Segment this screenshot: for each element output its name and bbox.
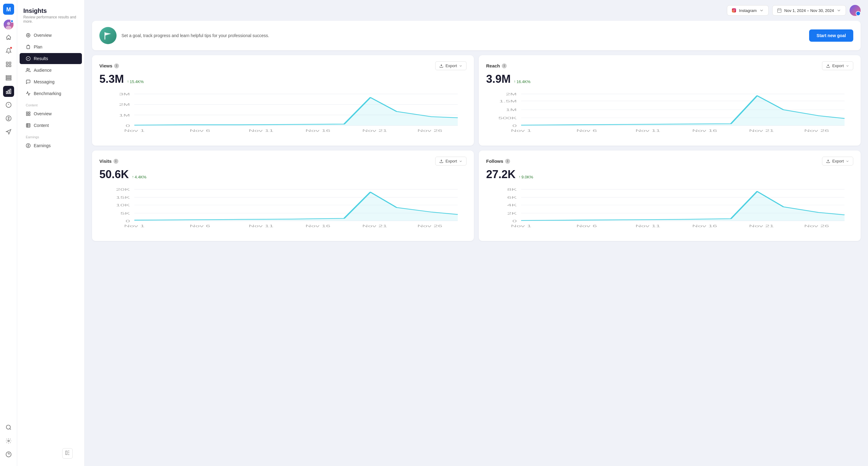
visits-info-icon[interactable]: i	[114, 159, 118, 164]
date-range-selector[interactable]: Nov 1, 2024 – Nov 30, 2024	[772, 5, 846, 15]
svg-rect-28	[26, 124, 30, 127]
svg-text:Nov 6: Nov 6	[576, 224, 597, 228]
reach-chart-title: Reach i	[486, 63, 507, 68]
svg-point-17	[6, 425, 10, 429]
reach-info-icon[interactable]: i	[502, 63, 507, 68]
svg-text:2M: 2M	[506, 93, 517, 96]
reach-change: 16.4K%	[514, 79, 531, 84]
results-icon	[26, 56, 31, 61]
goal-icon	[99, 27, 117, 44]
user-avatar-nav[interactable]	[4, 20, 13, 29]
svg-text:10K: 10K	[116, 204, 130, 207]
sidebar-item-content-overview[interactable]: Overview	[20, 108, 82, 119]
reach-value: 3.9M	[486, 73, 511, 86]
start-new-goal-button[interactable]: Start new goal	[809, 29, 853, 42]
svg-rect-34	[777, 9, 781, 12]
reach-chart-header: Reach i Export	[486, 61, 853, 70]
sidebar-item-audience[interactable]: Audience	[20, 65, 82, 76]
nav-grid[interactable]	[3, 59, 14, 70]
platform-chevron-icon	[759, 8, 764, 13]
sidebar-item-overview[interactable]: Overview	[20, 30, 82, 41]
sidebar-toggle-button[interactable]	[62, 448, 73, 459]
views-chart-header: Views i Export	[99, 61, 466, 70]
svg-text:3M: 3M	[119, 93, 130, 96]
nav-analytics[interactable]	[3, 86, 14, 97]
svg-text:4K: 4K	[507, 204, 517, 207]
views-info-icon[interactable]: i	[114, 63, 119, 68]
nav-alert[interactable]	[3, 99, 14, 110]
platform-selector[interactable]: Instagram	[727, 5, 769, 15]
nav-list[interactable]	[3, 72, 14, 84]
sidebar-item-earnings[interactable]: Earnings	[20, 140, 82, 151]
svg-text:Nov 11: Nov 11	[636, 224, 660, 228]
sidebar: Insights Review performance results and …	[17, 0, 85, 466]
visits-chart-card: Visits i Export 50.6K 4	[92, 151, 474, 241]
topbar-avatar[interactable]	[849, 5, 861, 16]
svg-rect-14	[10, 89, 11, 94]
sidebar-label-results: Results	[34, 56, 48, 61]
svg-text:Nov 16: Nov 16	[692, 224, 717, 228]
svg-marker-94	[521, 191, 845, 221]
svg-text:5K: 5K	[120, 211, 130, 215]
nav-monetization[interactable]	[3, 113, 14, 124]
follows-info-icon[interactable]: i	[505, 159, 510, 164]
svg-text:Nov 6: Nov 6	[190, 129, 210, 132]
svg-text:Nov 21: Nov 21	[749, 129, 774, 132]
sidebar-label-content-overview: Overview	[34, 111, 52, 116]
views-change: 15.4K%	[127, 79, 144, 84]
views-export-button[interactable]: Export	[435, 61, 466, 70]
follows-chart-title: Follows i	[486, 159, 510, 164]
svg-rect-24	[26, 112, 28, 113]
svg-text:0: 0	[512, 124, 517, 128]
svg-text:6K: 6K	[507, 196, 517, 200]
svg-text:Nov 1: Nov 1	[124, 224, 145, 228]
benchmarking-icon	[26, 91, 31, 96]
nav-notifications[interactable]	[3, 45, 14, 57]
reach-export-button[interactable]: Export	[822, 61, 853, 70]
visits-export-button[interactable]: Export	[435, 157, 466, 166]
svg-rect-11	[6, 79, 11, 80]
follows-chart-card: Follows i Export 27.2K	[479, 151, 861, 241]
svg-point-20	[28, 35, 29, 36]
svg-text:Nov 1: Nov 1	[124, 129, 145, 132]
follows-export-button[interactable]: Export	[822, 157, 853, 166]
earnings-icon	[26, 143, 31, 148]
svg-text:2M: 2M	[119, 103, 130, 107]
svg-text:0: 0	[125, 219, 130, 223]
sidebar-item-benchmarking[interactable]: Benchmarking	[20, 88, 82, 99]
nav-home[interactable]	[3, 32, 14, 43]
nav-settings[interactable]	[3, 435, 14, 446]
reach-chart-svg: 2M 1.5M 1M 500K 0 Nov 1 Nov 6 Nov 11 Nov…	[486, 91, 853, 139]
svg-text:15K: 15K	[116, 196, 130, 200]
svg-point-21	[26, 33, 30, 37]
sidebar-label-overview: Overview	[34, 33, 52, 38]
follows-chart-svg-container: 8K 6K 4K 2K 0 Nov 1 Nov 6 Nov 11 Nov 16 …	[486, 186, 853, 235]
views-chart-card: Views i Export 5.3M 15.	[92, 55, 474, 145]
follows-chart-svg: 8K 6K 4K 2K 0 Nov 1 Nov 6 Nov 11 Nov 16 …	[486, 186, 853, 235]
nav-campaigns[interactable]	[3, 126, 14, 137]
audience-icon	[26, 68, 31, 73]
sidebar-label-messaging: Messaging	[34, 79, 55, 84]
nav-help[interactable]	[3, 449, 14, 460]
topbar: Instagram Nov 1, 2024 – Nov 30, 2024	[85, 0, 868, 21]
sidebar-item-results[interactable]: Results	[20, 53, 82, 64]
sidebar-item-content[interactable]: Content	[20, 120, 82, 131]
sidebar-header: Insights Review performance results and …	[17, 7, 84, 30]
views-chart-svg-container: 3M 2M 1M 0 Nov 1 Nov 6 Nov 11 Nov 16 No	[99, 91, 466, 139]
sidebar-item-messaging[interactable]: Messaging	[20, 76, 82, 88]
svg-rect-30	[66, 451, 67, 455]
svg-text:Nov 16: Nov 16	[306, 224, 330, 228]
content-area: Set a goal, track progress and learn hel…	[85, 21, 868, 466]
svg-rect-8	[9, 65, 11, 67]
main-area: Instagram Nov 1, 2024 – Nov 30, 2024	[85, 0, 868, 466]
svg-rect-26	[26, 114, 28, 115]
svg-text:500K: 500K	[498, 116, 517, 120]
svg-text:8K: 8K	[507, 188, 517, 192]
app-logo[interactable]: M	[3, 4, 14, 15]
svg-rect-13	[8, 90, 9, 94]
svg-text:Nov 21: Nov 21	[362, 129, 387, 132]
follows-chart-header: Follows i Export	[486, 157, 853, 166]
svg-text:Nov 21: Nov 21	[749, 224, 774, 228]
sidebar-item-plan[interactable]: Plan	[20, 41, 82, 53]
nav-search[interactable]	[3, 422, 14, 433]
